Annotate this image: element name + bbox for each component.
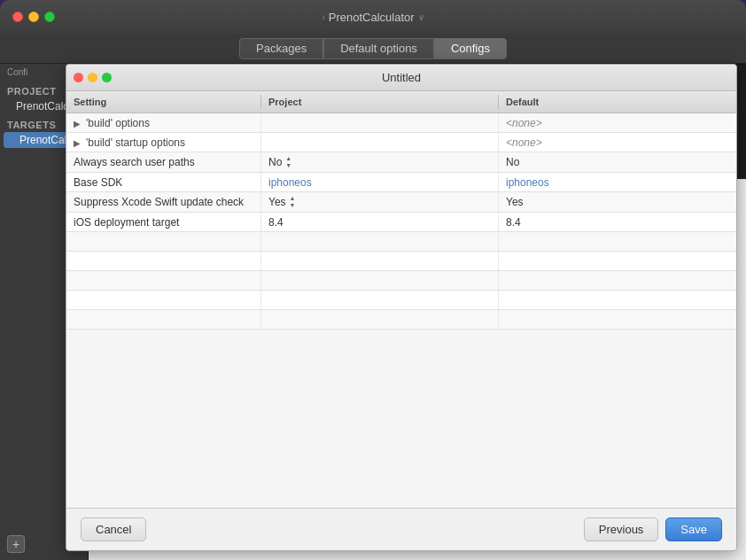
cell-empty-4c [499,291,736,309]
footer-right: Previous Save [584,517,722,541]
cell-empty-5c [499,310,736,329]
maximize-button[interactable] [44,12,55,22]
expand-arrow-1[interactable]: ▶ [74,119,82,128]
table-row-empty-5 [66,310,736,330]
title-icon: › [322,12,324,22]
stepper-5[interactable]: ▲ ▼ [290,195,296,209]
sheet-title-bar: Untitled [66,65,736,91]
sheet-close-button[interactable] [74,73,83,82]
cell-project-6: 8.4 [261,213,499,231]
default-value-4: iphoneos [506,176,549,189]
table-row-empty-3 [66,271,736,291]
cell-default-6: 8.4 [499,213,736,231]
close-button[interactable] [12,12,23,22]
window-title-text: PrenotCalculator [329,11,415,24]
tab-configs[interactable]: Configs [434,38,507,59]
minimize-button[interactable] [28,12,39,22]
header-default: Default [499,95,736,109]
cell-setting-6: iOS deployment target [66,213,261,231]
default-value-1: <none> [506,117,542,129]
table-row-1: ▶ 'build' options <none> [66,113,736,133]
cell-empty-4b [261,291,499,309]
header-project: Project [261,95,499,109]
cell-setting-5: Suppress Xcode Swift update check [66,192,261,212]
title-bar: › PrenotCalculator ∨ [0,0,746,34]
sheet: Untitled Setting Project Default ▶ 'buil… [66,64,737,551]
cell-empty-2c [499,252,736,270]
cell-empty-5a [66,310,261,329]
cell-empty-4a [66,291,261,309]
cell-empty-3b [261,271,499,290]
table-row-6: iOS deployment target 8.4 8.4 [66,213,736,232]
sheet-maximize-button[interactable] [102,73,112,82]
stepper-3[interactable]: ▲ ▼ [285,155,291,169]
project-value-5: Yes [268,196,286,208]
setting-label-3: Always search user paths [74,156,195,168]
title-chevron: ∨ [418,12,424,22]
cell-default-2: <none> [499,133,736,152]
setting-label-5: Suppress Xcode Swift update check [74,196,244,208]
table-row-empty-1 [66,232,736,252]
cell-empty-3c [499,271,736,290]
tab-default-options[interactable]: Default options [323,38,434,59]
setting-label-1: 'build' options [86,117,150,129]
default-value-3: No [506,156,519,168]
content-area: Confi PROJECT PrenotCalculator TARGETS P… [0,64,746,560]
cell-default-3: No [499,152,736,172]
table-row-2: ▶ 'build' startup options <none> [66,133,736,152]
cell-setting-2: ▶ 'build' startup options [66,133,261,152]
default-value-6: 8.4 [506,216,521,229]
default-value-5: Yes [506,196,524,208]
cell-default-5: Yes [499,192,736,212]
cell-setting-4: Base SDK [66,173,261,191]
project-value-4[interactable]: iphoneos [268,176,312,189]
cell-empty-1a [66,232,261,251]
sheet-title: Untitled [382,71,421,84]
tab-packages[interactable]: Packages [239,38,323,59]
cell-setting-1: ▶ 'build' options [66,113,261,132]
save-button[interactable]: Save [665,517,722,541]
cell-project-3: No ▲ ▼ [261,152,499,172]
table-header: Setting Project Default [66,91,736,113]
expand-arrow-2[interactable]: ▶ [74,138,82,147]
table-row-4: Base SDK iphoneos iphoneos [66,173,736,192]
add-config-button[interactable]: + [7,535,25,553]
project-value-6: 8.4 [268,216,284,229]
toolbar: Packages Default options Configs [0,34,746,64]
cell-empty-1c [499,232,736,251]
cell-project-1 [261,113,499,132]
project-value-3: No [268,156,282,168]
sheet-traffic-lights [74,73,112,82]
cell-setting-3: Always search user paths [66,152,261,172]
previous-button[interactable]: Previous [584,517,659,541]
default-value-2: <none> [506,136,542,149]
setting-label-2: 'build' startup options [86,136,185,149]
cell-project-4: iphoneos [261,173,499,191]
cell-empty-2b [261,252,499,270]
cell-default-4: iphoneos [499,173,736,191]
table-row-empty-4 [66,291,736,310]
header-setting: Setting [66,95,261,109]
setting-label-6: iOS deployment target [74,216,179,229]
sheet-footer: Cancel Previous Save [66,508,736,550]
config-table: Setting Project Default ▶ 'build' option… [66,91,736,508]
cell-empty-1b [261,232,499,251]
cell-default-1: <none> [499,113,736,132]
sheet-minimize-button[interactable] [88,73,97,82]
cancel-button[interactable]: Cancel [81,517,146,541]
table-row-empty-2 [66,252,736,271]
cell-empty-3a [66,271,261,290]
cell-empty-5b [261,310,499,329]
setting-label-4: Base SDK [74,176,122,189]
main-window: › PrenotCalculator ∨ Packages Default op… [0,0,746,560]
cell-project-5: Yes ▲ ▼ [261,192,499,212]
window-title: › PrenotCalculator ∨ [322,11,424,24]
cell-project-2 [261,133,499,152]
table-row-5: Suppress Xcode Swift update check Yes ▲ … [66,192,736,213]
cell-empty-2a [66,252,261,270]
sheet-overlay: Untitled Setting Project Default ▶ 'buil… [57,64,746,560]
traffic-lights [12,12,55,22]
table-row-3: Always search user paths No ▲ ▼ No [66,152,736,173]
